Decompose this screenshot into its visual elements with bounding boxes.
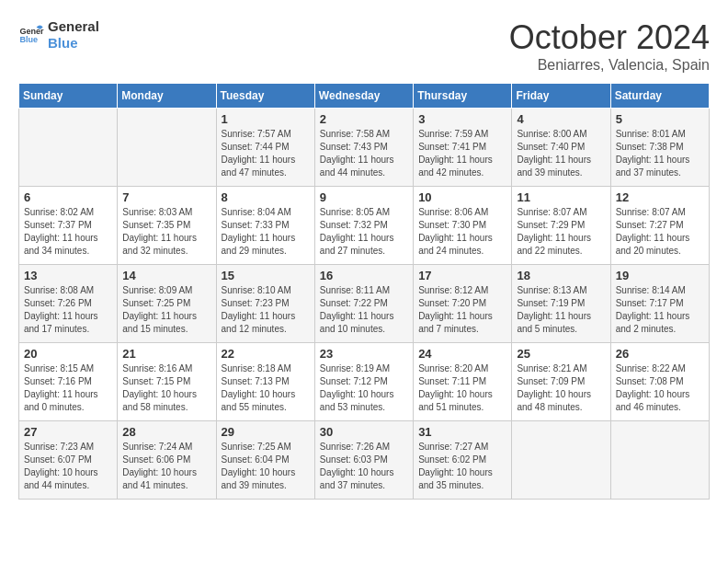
calendar-cell: 5Sunrise: 8:01 AM Sunset: 7:38 PM Daylig… — [610, 109, 709, 187]
location-subtitle: Beniarres, Valencia, Spain — [509, 57, 710, 74]
calendar-cell: 19Sunrise: 8:14 AM Sunset: 7:17 PM Dayli… — [610, 265, 709, 343]
calendar-cell: 10Sunrise: 8:06 AM Sunset: 7:30 PM Dayli… — [414, 187, 512, 265]
day-number: 23 — [320, 347, 408, 361]
day-info: Sunrise: 7:23 AM Sunset: 6:07 PM Dayligh… — [24, 441, 112, 492]
day-number: 12 — [616, 190, 704, 204]
day-number: 4 — [517, 112, 605, 126]
calendar-cell: 4Sunrise: 8:00 AM Sunset: 7:40 PM Daylig… — [512, 109, 610, 187]
calendar-cell: 2Sunrise: 7:58 AM Sunset: 7:43 PM Daylig… — [314, 109, 413, 187]
calendar-header-row: SundayMondayTuesdayWednesdayThursdayFrid… — [19, 84, 710, 109]
day-number: 17 — [418, 269, 506, 282]
calendar-cell: 26Sunrise: 8:22 AM Sunset: 7:08 PM Dayli… — [610, 343, 709, 421]
day-number: 10 — [418, 190, 506, 204]
day-info: Sunrise: 8:08 AM Sunset: 7:26 PM Dayligh… — [24, 284, 112, 336]
day-info: Sunrise: 7:57 AM Sunset: 7:44 PM Dayligh… — [222, 128, 310, 179]
calendar-cell — [512, 421, 610, 500]
calendar-cell: 28Sunrise: 7:24 AM Sunset: 6:06 PM Dayli… — [118, 421, 216, 500]
header-day-sunday: Sunday — [19, 84, 118, 109]
calendar-cell: 13Sunrise: 8:08 AM Sunset: 7:26 PM Dayli… — [19, 265, 118, 343]
day-info: Sunrise: 8:12 AM Sunset: 7:20 PM Dayligh… — [418, 284, 506, 336]
day-number: 29 — [222, 425, 310, 439]
day-info: Sunrise: 8:19 AM Sunset: 7:12 PM Dayligh… — [320, 362, 408, 414]
logo-line2: Blue — [48, 35, 99, 52]
header-day-thursday: Thursday — [414, 84, 512, 109]
calendar-body: 1Sunrise: 7:57 AM Sunset: 7:44 PM Daylig… — [19, 109, 710, 500]
day-number: 27 — [24, 425, 112, 439]
header-day-wednesday: Wednesday — [314, 84, 413, 109]
calendar-cell: 15Sunrise: 8:10 AM Sunset: 7:23 PM Dayli… — [216, 265, 314, 343]
calendar-table: SundayMondayTuesdayWednesdayThursdayFrid… — [18, 83, 710, 500]
month-title: October 2024 — [509, 18, 710, 57]
day-info: Sunrise: 7:25 AM Sunset: 6:04 PM Dayligh… — [222, 441, 310, 492]
svg-text:Blue: Blue — [19, 35, 38, 44]
day-number: 6 — [24, 190, 112, 204]
day-info: Sunrise: 8:07 AM Sunset: 7:29 PM Dayligh… — [517, 206, 605, 258]
header-day-monday: Monday — [118, 84, 216, 109]
day-info: Sunrise: 7:26 AM Sunset: 6:03 PM Dayligh… — [320, 441, 408, 492]
calendar-cell: 3Sunrise: 7:59 AM Sunset: 7:41 PM Daylig… — [414, 109, 512, 187]
calendar-cell: 12Sunrise: 8:07 AM Sunset: 7:27 PM Dayli… — [610, 187, 709, 265]
calendar-cell: 22Sunrise: 8:18 AM Sunset: 7:13 PM Dayli… — [216, 343, 314, 421]
day-number: 18 — [517, 269, 605, 282]
calendar-cell: 7Sunrise: 8:03 AM Sunset: 7:35 PM Daylig… — [118, 187, 216, 265]
day-info: Sunrise: 7:59 AM Sunset: 7:41 PM Dayligh… — [418, 128, 506, 179]
calendar-cell: 6Sunrise: 8:02 AM Sunset: 7:37 PM Daylig… — [19, 187, 118, 265]
day-number: 3 — [418, 112, 506, 126]
calendar-cell: 27Sunrise: 7:23 AM Sunset: 6:07 PM Dayli… — [19, 421, 118, 500]
day-number: 28 — [122, 425, 210, 439]
day-number: 26 — [616, 347, 704, 361]
logo-line1: General — [48, 18, 99, 35]
calendar-cell — [610, 421, 709, 500]
day-info: Sunrise: 8:21 AM Sunset: 7:09 PM Dayligh… — [517, 362, 605, 414]
day-number: 19 — [616, 269, 704, 282]
week-row-5: 27Sunrise: 7:23 AM Sunset: 6:07 PM Dayli… — [19, 421, 710, 500]
day-info: Sunrise: 8:14 AM Sunset: 7:17 PM Dayligh… — [616, 284, 704, 336]
calendar-cell: 1Sunrise: 7:57 AM Sunset: 7:44 PM Daylig… — [216, 109, 314, 187]
calendar-cell — [19, 109, 118, 187]
calendar-cell: 11Sunrise: 8:07 AM Sunset: 7:29 PM Dayli… — [512, 187, 610, 265]
day-number: 11 — [517, 190, 605, 204]
day-info: Sunrise: 8:06 AM Sunset: 7:30 PM Dayligh… — [418, 206, 506, 258]
day-number: 5 — [616, 112, 704, 126]
day-info: Sunrise: 8:18 AM Sunset: 7:13 PM Dayligh… — [222, 362, 310, 414]
calendar-cell — [118, 109, 216, 187]
day-number: 21 — [122, 347, 210, 361]
calendar-cell: 29Sunrise: 7:25 AM Sunset: 6:04 PM Dayli… — [216, 421, 314, 500]
calendar-cell: 9Sunrise: 8:05 AM Sunset: 7:32 PM Daylig… — [314, 187, 413, 265]
day-info: Sunrise: 8:22 AM Sunset: 7:08 PM Dayligh… — [616, 362, 704, 414]
day-info: Sunrise: 7:58 AM Sunset: 7:43 PM Dayligh… — [320, 128, 408, 179]
title-block: October 2024 Beniarres, Valencia, Spain — [509, 18, 710, 74]
calendar-cell: 17Sunrise: 8:12 AM Sunset: 7:20 PM Dayli… — [414, 265, 512, 343]
calendar-cell: 24Sunrise: 8:20 AM Sunset: 7:11 PM Dayli… — [414, 343, 512, 421]
day-info: Sunrise: 8:15 AM Sunset: 7:16 PM Dayligh… — [24, 362, 112, 414]
calendar-cell: 16Sunrise: 8:11 AM Sunset: 7:22 PM Dayli… — [314, 265, 413, 343]
day-number: 2 — [320, 112, 408, 126]
day-info: Sunrise: 8:03 AM Sunset: 7:35 PM Dayligh… — [122, 206, 210, 258]
day-number: 9 — [320, 190, 408, 204]
day-info: Sunrise: 8:20 AM Sunset: 7:11 PM Dayligh… — [418, 362, 506, 414]
week-row-4: 20Sunrise: 8:15 AM Sunset: 7:16 PM Dayli… — [19, 343, 710, 421]
day-info: Sunrise: 8:07 AM Sunset: 7:27 PM Dayligh… — [616, 206, 704, 258]
calendar-cell: 20Sunrise: 8:15 AM Sunset: 7:16 PM Dayli… — [19, 343, 118, 421]
week-row-2: 6Sunrise: 8:02 AM Sunset: 7:37 PM Daylig… — [19, 187, 710, 265]
day-number: 25 — [517, 347, 605, 361]
day-info: Sunrise: 7:27 AM Sunset: 6:02 PM Dayligh… — [418, 441, 506, 492]
day-number: 14 — [122, 269, 210, 282]
day-info: Sunrise: 8:09 AM Sunset: 7:25 PM Dayligh… — [122, 284, 210, 336]
calendar-cell: 25Sunrise: 8:21 AM Sunset: 7:09 PM Dayli… — [512, 343, 610, 421]
logo-icon: General Blue — [18, 22, 44, 48]
week-row-3: 13Sunrise: 8:08 AM Sunset: 7:26 PM Dayli… — [19, 265, 710, 343]
day-info: Sunrise: 8:04 AM Sunset: 7:33 PM Dayligh… — [222, 206, 310, 258]
logo: General Blue General Blue — [18, 18, 99, 52]
calendar-cell: 14Sunrise: 8:09 AM Sunset: 7:25 PM Dayli… — [118, 265, 216, 343]
day-info: Sunrise: 8:05 AM Sunset: 7:32 PM Dayligh… — [320, 206, 408, 258]
day-number: 24 — [418, 347, 506, 361]
day-number: 30 — [320, 425, 408, 439]
header-day-saturday: Saturday — [610, 84, 709, 109]
calendar-cell: 30Sunrise: 7:26 AM Sunset: 6:03 PM Dayli… — [314, 421, 413, 500]
day-info: Sunrise: 8:02 AM Sunset: 7:37 PM Dayligh… — [24, 206, 112, 258]
day-info: Sunrise: 8:11 AM Sunset: 7:22 PM Dayligh… — [320, 284, 408, 336]
day-number: 15 — [222, 269, 310, 282]
day-info: Sunrise: 8:13 AM Sunset: 7:19 PM Dayligh… — [517, 284, 605, 336]
day-number: 7 — [122, 190, 210, 204]
